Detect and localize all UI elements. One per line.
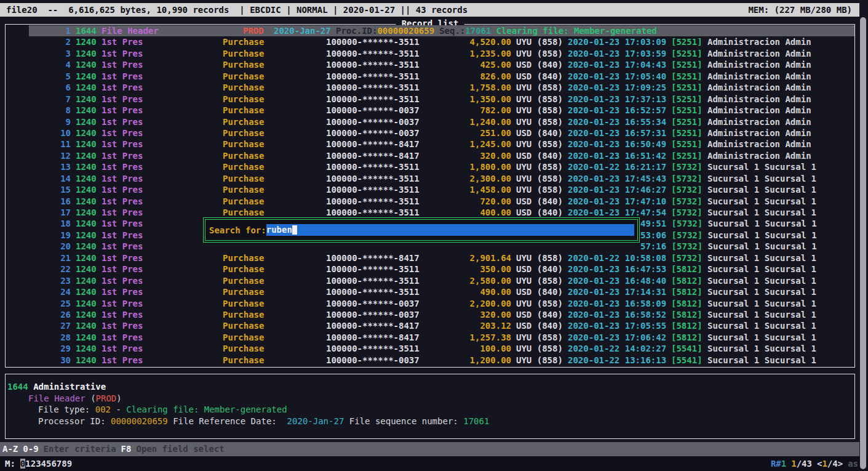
card-number: 100000-******-0037 xyxy=(326,105,420,116)
transaction-type: Purchase xyxy=(223,94,265,105)
record-row[interactable]: 1312401st PresPurchase100000-******-3511… xyxy=(29,161,854,172)
record-row[interactable]: 312401st PresPurchase100000-******-35111… xyxy=(29,48,854,59)
currency-code: USD (840) xyxy=(516,264,563,275)
transaction-amount: 720.00 xyxy=(420,196,511,207)
record-row[interactable]: 2512401st PresPurchase100000-******-0037… xyxy=(29,298,854,309)
record-type-code: 1240 xyxy=(76,320,97,331)
record-row[interactable]: 2112401st PresPurchase100000-******-8417… xyxy=(29,252,854,264)
row-number: 4 xyxy=(29,59,71,70)
detail-record-name: File Header xyxy=(28,393,86,403)
record-row[interactable]: 2812401st PresPurchase100000-******-8417… xyxy=(29,332,854,343)
scrollbar[interactable] xyxy=(860,17,866,469)
record-row[interactable]: 1512401st PresPurchase100000-******-3511… xyxy=(29,184,854,195)
terminal-code: [5732] xyxy=(671,184,703,195)
transaction-type: Purchase xyxy=(223,207,265,218)
record-type-name: 1st Pres xyxy=(102,241,160,252)
record-type-code: 1240 xyxy=(76,275,97,286)
terminal-code: [5251] xyxy=(671,36,703,47)
record-row[interactable]: 412401st PresPurchase100000-******-35114… xyxy=(29,59,854,70)
merchant-name: Sucursal 1 Sucursal 1 xyxy=(707,207,816,218)
mask-digits: 123456789 xyxy=(25,459,72,469)
terminal-code: [5251] xyxy=(671,59,703,70)
record-row[interactable]: 1112401st PresPurchase100000-******-8417… xyxy=(29,139,854,150)
record-row[interactable]: 2212401st PresPurchase100000-******-3511… xyxy=(29,264,854,275)
record-type-code: 1240 xyxy=(76,139,97,150)
record-list-panel: Record list 1 1644 File Header PROD 2020… xyxy=(5,24,855,368)
row-tail-fragment: 57:16 [5732] Sucursal 1 Sucursal 1 xyxy=(640,241,817,252)
record-row[interactable]: 512401st PresPurchase100000-******-35118… xyxy=(29,71,854,82)
time-fragment: 53:06 xyxy=(640,230,666,240)
card-number: 100000-******-3511 xyxy=(326,36,420,47)
record-row[interactable]: 1612401st PresPurchase100000-******-3511… xyxy=(29,196,854,207)
row-number: 24 xyxy=(29,286,71,297)
search-input[interactable]: ruben xyxy=(266,224,634,236)
row-number: 26 xyxy=(29,309,71,320)
record-type-name: 1st Pres xyxy=(102,36,160,47)
record-row[interactable]: 712401st PresPurchase100000-******-35111… xyxy=(29,94,854,105)
currency-code: USD (840) xyxy=(516,150,563,161)
record-type-name: 1st Pres xyxy=(102,71,160,82)
row-number: 30 xyxy=(29,355,71,366)
currency-code: UYU (858) xyxy=(516,252,563,264)
card-number: 100000-******-0037 xyxy=(326,355,420,366)
bottom-bar: M:0123456789 R#11/43<1/4>as xyxy=(0,456,868,471)
record-type-code: 1240 xyxy=(76,127,97,139)
merchant-name: Administracion Admin xyxy=(707,82,811,93)
record-row[interactable]: 2412401st PresPurchase100000-******-3511… xyxy=(29,286,854,297)
row-number: 6 xyxy=(29,82,71,93)
transaction-datetime: 2020-01-23 17:47:10 xyxy=(568,196,666,207)
record-row[interactable]: 1012401st PresPurchase100000-******-0037… xyxy=(29,127,854,139)
transaction-type: Purchase xyxy=(223,343,265,354)
currency-code: UYU (858) xyxy=(516,48,563,59)
card-number: 100000-******-3511 xyxy=(326,207,420,218)
record-row[interactable]: 2912401st PresPurchase100000-******-3511… xyxy=(29,343,854,354)
merchant-name: Sucursal 1 Sucursal 1 xyxy=(707,264,816,275)
row-number: 10 xyxy=(29,127,71,139)
processor-id-value: 00000020659 xyxy=(111,416,168,426)
key-hint-09: 0-9 xyxy=(23,444,38,454)
transaction-amount: 1,200.00 xyxy=(420,355,511,366)
merchant-name: Sucursal 1 Sucursal 1 xyxy=(708,219,817,228)
row-number: 1 xyxy=(29,25,71,36)
record-row[interactable]: 912401st PresPurchase100000-******-00371… xyxy=(29,116,854,127)
record-row[interactable]: 2012401st Pres57:16 [5732] Sucursal 1 Su… xyxy=(29,241,854,252)
record-row[interactable]: 812401st PresPurchase100000-******-00377… xyxy=(29,105,854,116)
record-row[interactable]: 3012401st PresPurchase100000-******-0037… xyxy=(29,355,854,366)
merchant-name: Sucursal 1 Sucursal 1 xyxy=(707,173,816,184)
detail-line-type: 1644 Administrative xyxy=(6,381,854,393)
merchant-name: Sucursal 1 Sucursal 1 xyxy=(707,355,816,366)
row-number: 17 xyxy=(29,207,71,218)
record-row[interactable]: 212401st PresPurchase100000-******-35114… xyxy=(29,36,854,47)
row-number: 5 xyxy=(29,71,71,82)
record-row[interactable]: 1712401st PresPurchase100000-******-3511… xyxy=(29,207,854,218)
card-number: 100000-******-8417 xyxy=(326,139,420,150)
merchant-name: Administracion Admin xyxy=(707,94,811,105)
record-type-code: 1240 xyxy=(76,332,97,343)
file-type-description: Clearing file: Member-generated xyxy=(126,405,287,414)
record-row[interactable]: 1412401st PresPurchase100000-******-3511… xyxy=(29,173,854,184)
record-type-name: 1st Pres xyxy=(102,184,160,195)
transaction-datetime: 2020-01-23 17:14:31 xyxy=(568,286,666,297)
record-row-header[interactable]: 1 1644 File Header PROD 2020-Jan-27 Proc… xyxy=(29,25,854,36)
merchant-name: Sucursal 1 Sucursal 1 xyxy=(707,275,816,286)
card-number: 100000-******-3511 xyxy=(326,173,420,184)
record-row[interactable]: 612401st PresPurchase100000-******-35111… xyxy=(29,82,854,93)
record-row[interactable]: 1212401st PresPurchase100000-******-8417… xyxy=(29,150,854,161)
transaction-datetime: 2020-01-22 16:21:17 xyxy=(568,161,666,172)
terminal-code: [5251] xyxy=(671,150,703,161)
card-number: 100000-******-8417 xyxy=(326,252,420,264)
transaction-amount: 2,200.00 xyxy=(420,298,511,309)
record-type-code: 1240 xyxy=(76,184,97,195)
transaction-amount: 1,350.00 xyxy=(420,94,511,105)
row-number: 9 xyxy=(29,116,71,127)
merchant-name: Sucursal 1 Sucursal 1 xyxy=(707,298,816,309)
record-row[interactable]: 2712401st PresPurchase100000-******-8417… xyxy=(29,320,854,331)
record-row[interactable]: 2312401st PresPurchase100000-******-3511… xyxy=(29,275,854,286)
card-number: 100000-******-0037 xyxy=(326,116,420,127)
transaction-datetime: 2020-01-23 16:51:42 xyxy=(568,150,666,161)
key-hint-field-select: Open field select xyxy=(136,444,224,454)
search-label: Search for: xyxy=(209,225,266,235)
transaction-datetime: 2020-01-23 17:09:25 xyxy=(568,82,666,93)
transaction-amount: 1,240.00 xyxy=(420,116,511,127)
record-row[interactable]: 2612401st PresPurchase100000-******-0037… xyxy=(29,309,854,320)
